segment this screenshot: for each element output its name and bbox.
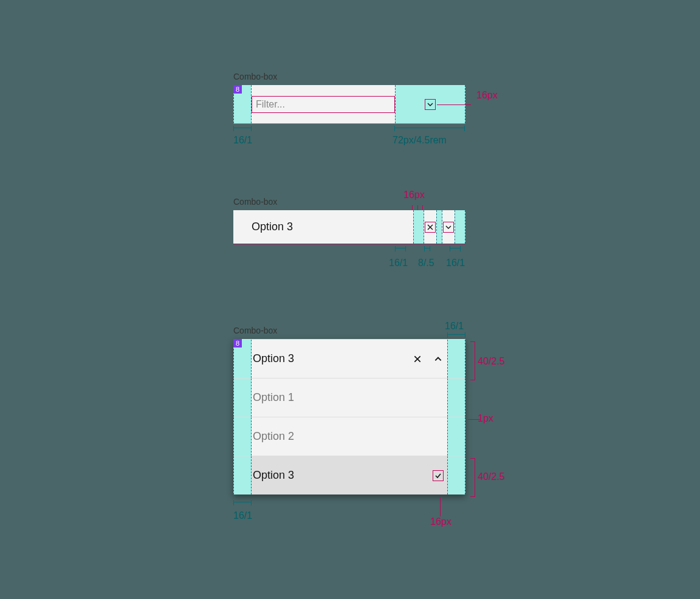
close-icon[interactable] [425,222,436,233]
combobox-label-3: Combo-box [233,326,525,335]
measure-gap1: 16/1 [389,258,408,269]
badge-8: 8 [233,85,242,94]
measure-right-zone: 72px/4.5rem [393,135,447,146]
combobox-label-2: Combo-box [233,197,489,207]
combobox-label: Combo-box [233,72,489,81]
measure-icon-size-2: 16px [403,190,425,200]
filter-placeholder: Filter... [256,99,285,110]
selected-value: Option 3 [252,221,293,233]
combobox-filter[interactable]: 8 Filter... [233,85,465,124]
measure-gap3: 16/1 [446,258,465,269]
list-item-selected[interactable]: Option 3 [233,456,465,495]
option-label: Option 3 [253,469,433,482]
option-label: Option 1 [253,391,447,404]
chevron-down-icon[interactable] [425,99,436,110]
close-icon[interactable] [412,354,423,365]
option-label: Option 2 [253,430,447,443]
chevron-down-icon[interactable] [443,222,454,233]
measure-bottom-left: 16/1 [233,510,252,521]
combobox-open: 8 Option 3 Option 1 [233,339,465,495]
chevron-up-icon[interactable] [433,354,444,365]
measure-icon-size: 16px [476,90,498,101]
measure-top-right: 16/1 [445,321,464,332]
combobox-selected[interactable]: Option 3 [233,210,465,244]
filter-input[interactable]: Filter... [252,96,395,113]
measure-row-h1: 40/2.5 [478,356,504,367]
checkmark-icon [433,470,444,481]
measure-row-h2: 40/2.5 [478,471,504,482]
measure-divider: 1px [478,413,493,424]
badge-8-b: 8 [233,339,242,347]
list-item[interactable]: Option 1 [233,378,465,417]
measure-left-col: 16/1 [233,135,252,146]
list-item[interactable]: Option 2 [233,417,465,456]
measure-gap2: 8/.5 [418,258,434,269]
header-value: Option 3 [253,352,412,365]
combobox-header-row[interactable]: Option 3 [233,339,465,378]
measure-check-icon: 16px [430,516,451,527]
